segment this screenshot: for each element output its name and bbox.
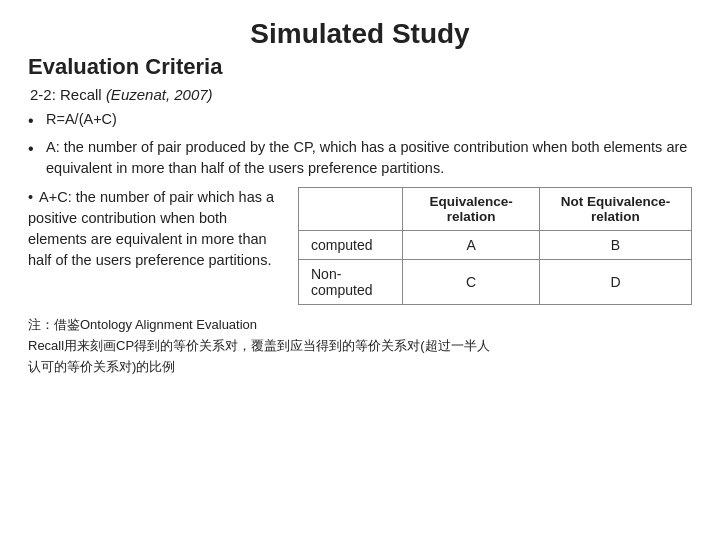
section-title: Evaluation Criteria [28, 54, 692, 80]
table-wrapper: Equivalence-relation Not Equivalence-rel… [298, 187, 692, 305]
subsection-citation: (Euzenat, 2007) [106, 86, 213, 103]
table-col1-header [299, 188, 403, 231]
table-row1-col3: B [539, 231, 691, 260]
footnote-line2: Recall用来刻画CP得到的等价关系对，覆盖到应当得到的等价关系对(超过一半人 [28, 336, 692, 357]
bullet-text-1: R=A/(A+C) [46, 109, 692, 130]
bullet-dot-3: • [28, 189, 37, 205]
list-item: • A: the number of pair produced by the … [28, 137, 692, 179]
table-row: Non-computed C D [299, 260, 692, 305]
equivalence-table: Equivalence-relation Not Equivalence-rel… [298, 187, 692, 305]
table-col2-header: Equivalence-relation [403, 188, 540, 231]
bullet-text-3: A+C: the number of pair which has a posi… [28, 189, 274, 268]
table-row1-label: computed [299, 231, 403, 260]
list-item: • R=A/(A+C) [28, 109, 692, 132]
subsection-label: 2-2: Recall [30, 86, 106, 103]
table-row2-col3: D [539, 260, 691, 305]
table-row2-col2: C [403, 260, 540, 305]
bullet-text-3-container: • A+C: the number of pair which has a po… [28, 187, 298, 271]
main-title: Simulated Study [28, 18, 692, 50]
bullet-icon: • [28, 109, 46, 132]
table-row2-label: Non-computed [299, 260, 403, 305]
table-row: computed A B [299, 231, 692, 260]
table-col3-header: Not Equivalence-relation [539, 188, 691, 231]
bullet-text-2: A: the number of pair produced by the CP… [46, 137, 692, 179]
bullet-icon: • [28, 137, 46, 160]
bullet-list: • R=A/(A+C) • A: the number of pair prod… [28, 109, 692, 179]
subsection-title: 2-2: Recall (Euzenat, 2007) [30, 86, 692, 103]
table-row1-col2: A [403, 231, 540, 260]
footnote: 注：借鉴Ontology Alignment Evaluation Recall… [28, 315, 692, 377]
bottom-section: • A+C: the number of pair which has a po… [28, 187, 692, 305]
page: Simulated Study Evaluation Criteria 2-2:… [0, 0, 720, 540]
footnote-line3: 认可的等价关系对)的比例 [28, 357, 692, 378]
footnote-line1: 注：借鉴Ontology Alignment Evaluation [28, 315, 692, 336]
